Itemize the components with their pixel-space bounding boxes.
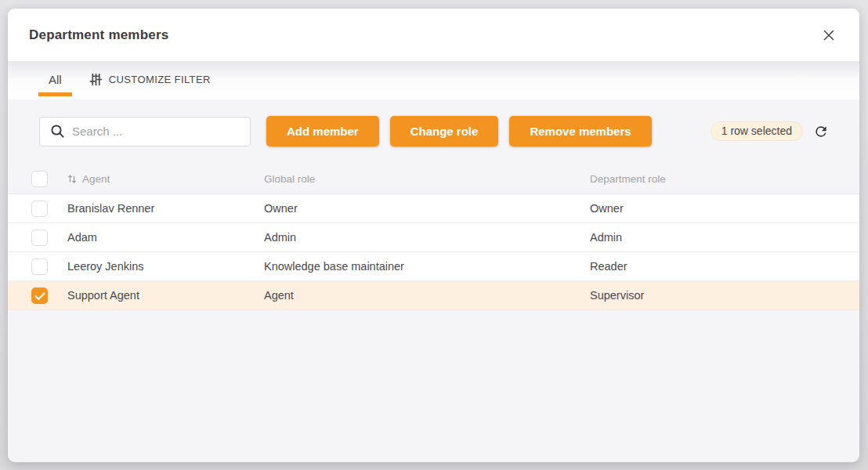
column-header-global-role: Global role xyxy=(264,173,590,185)
department-role-cell: Admin xyxy=(590,231,859,244)
selection-badge: 1 row selected xyxy=(711,121,803,141)
close-icon xyxy=(823,29,835,42)
row-checkbox[interactable] xyxy=(31,230,48,246)
department-members-modal: Department members All CUSTO xyxy=(8,9,859,462)
table-row[interactable]: Branislav Renner Owner Owner xyxy=(8,194,859,223)
department-role-cell: Reader xyxy=(590,260,859,273)
column-header-agent-label: Agent xyxy=(82,173,110,185)
row-checkbox[interactable] xyxy=(31,258,48,275)
agent-cell: Leeroy Jenkins xyxy=(67,260,264,273)
select-all-checkbox[interactable] xyxy=(31,171,48,187)
row-checkbox[interactable] xyxy=(31,201,48,217)
modal-title: Department members xyxy=(29,27,168,43)
toolbar: Add member Change role Remove members 1 … xyxy=(8,116,859,146)
add-member-button[interactable]: Add member xyxy=(266,116,379,146)
refresh-button[interactable] xyxy=(812,122,830,141)
table-row[interactable]: Leeroy Jenkins Knowledge base maintainer… xyxy=(8,252,859,281)
remove-members-button[interactable]: Remove members xyxy=(509,116,651,146)
tune-icon xyxy=(89,73,103,86)
refresh-icon xyxy=(813,124,829,139)
search-box xyxy=(39,117,251,146)
modal-body: Add member Change role Remove members 1 … xyxy=(8,99,859,310)
tab-all-label: All xyxy=(49,73,62,86)
tab-all[interactable]: All xyxy=(38,62,72,96)
tab-customize-filter-label: CUSTOMIZE FILTER xyxy=(109,74,211,85)
column-header-agent[interactable]: Agent xyxy=(67,173,264,185)
table-row[interactable]: Adam Admin Admin xyxy=(8,223,859,252)
column-header-department-role: Department role xyxy=(590,173,859,185)
row-checkbox[interactable] xyxy=(31,287,48,304)
members-table: Agent Global role Department role Branis… xyxy=(8,164,859,310)
agent-cell: Support Agent xyxy=(67,289,264,302)
global-role-cell: Owner xyxy=(264,202,590,215)
global-role-cell: Admin xyxy=(264,231,590,244)
sort-icon xyxy=(67,174,77,184)
department-role-cell: Supervisor xyxy=(590,289,859,302)
table-row[interactable]: Support Agent Agent Supervisor xyxy=(8,281,859,310)
table-header-row: Agent Global role Department role xyxy=(8,164,859,194)
tab-bar: All CUSTOMIZE FILTER xyxy=(8,61,859,99)
close-button[interactable] xyxy=(819,25,839,45)
department-role-cell: Owner xyxy=(590,202,859,215)
active-tab-underline xyxy=(38,92,72,96)
agent-cell: Branislav Renner xyxy=(67,202,264,215)
modal-header: Department members xyxy=(8,9,859,61)
search-input[interactable] xyxy=(72,125,250,138)
tab-customize-filter[interactable]: CUSTOMIZE FILTER xyxy=(81,62,219,96)
global-role-cell: Knowledge base maintainer xyxy=(264,260,590,273)
search-icon xyxy=(50,124,65,139)
agent-cell: Adam xyxy=(67,231,264,244)
change-role-button[interactable]: Change role xyxy=(390,116,499,146)
global-role-cell: Agent xyxy=(264,289,590,302)
